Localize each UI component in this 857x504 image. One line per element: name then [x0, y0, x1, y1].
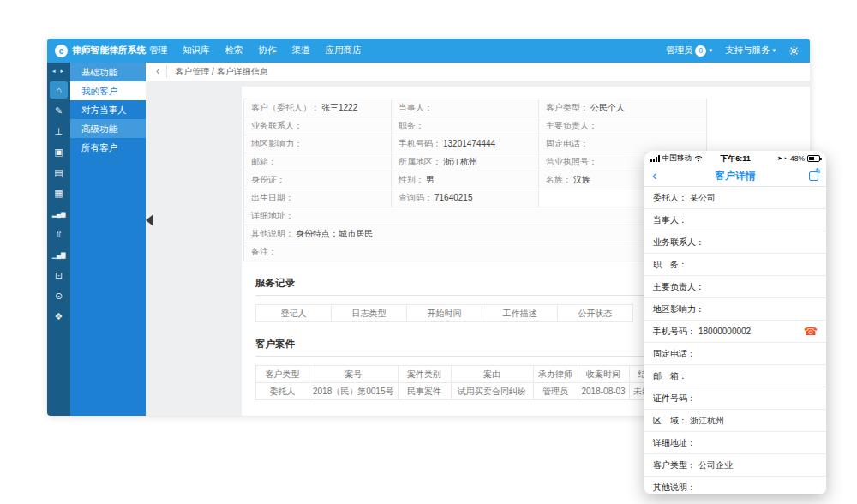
back-chevron-icon[interactable]: ‹ [652, 168, 657, 183]
phone-page-title: 客户详情 [644, 169, 826, 183]
field-label: 邮 箱： [653, 370, 687, 382]
phone-field-row: 当事人： [644, 209, 826, 231]
sidebar-history-arrows-icon[interactable]: ◂ ▸ [52, 63, 65, 80]
column-header: 日志类型 [332, 305, 407, 322]
menu-section-advanced-functions[interactable]: 高级功能 [70, 119, 146, 138]
form-field-value: 公民个人 [590, 103, 625, 112]
nav-item-collaborate[interactable]: 协作 [259, 45, 277, 57]
form-row: 业务联系人： 职务： 主要负责人： [244, 117, 707, 135]
phone-field-row-mobile-number: 手机号码：18000000002☎ [644, 321, 826, 343]
form-field-label: 详细地址： [251, 211, 294, 220]
column-header: 案件类别 [398, 366, 451, 383]
status-right-icons: ➤◔ 48% [777, 154, 820, 163]
column-header: 承办律师 [533, 366, 578, 383]
logo-icon: e [55, 45, 68, 57]
notification-badge: 0 [695, 45, 706, 57]
form-field: 备注： [244, 243, 707, 261]
field-label: 职 务： [653, 259, 687, 271]
form-field: 客户类型：公民个人 [539, 99, 707, 117]
form-field-label: 查询码： [399, 193, 433, 202]
id-card-icon[interactable]: ▤ [50, 164, 68, 181]
phone-field-row: 职 务： [644, 254, 826, 276]
field-value: 浙江杭州 [690, 415, 724, 427]
user-label: 管理员 [666, 45, 693, 57]
form-field-label: 所属地区： [399, 157, 441, 166]
tools-icon[interactable]: ✎ [50, 102, 68, 119]
breadcrumb[interactable]: 客户管理 / 客户详细信息 [167, 66, 267, 78]
form-field: 当事人： [392, 99, 539, 117]
field-label: 固定电话： [653, 348, 696, 360]
export-icon[interactable]: ⇧ [50, 225, 68, 243]
client-detail-form: 客户（委托人）：张三1222 当事人： 客户类型：公民个人 业务联系人： 职务：… [243, 99, 707, 261]
brand-logo[interactable]: e 律师智能律所系统 [47, 45, 146, 57]
package-icon[interactable]: ❖ [50, 308, 68, 325]
form-field: 查询码：71640215 [392, 189, 539, 207]
menu-item-opposing-party[interactable]: 对方当事人 [70, 100, 146, 119]
stats-bars-icon[interactable]: ▂▄▆ [50, 205, 68, 222]
pen-glyph: ✎ [814, 166, 821, 176]
field-label: 主要负责人： [653, 281, 704, 293]
form-field-label: 固定电话： [546, 139, 589, 148]
form-field-value: 71640215 [434, 193, 473, 202]
media-icon[interactable]: ⊡ [50, 267, 68, 284]
menu-item-my-clients[interactable]: 我的客户 [70, 81, 146, 100]
edit-icon[interactable]: ✎ [809, 171, 818, 181]
nav-item-channel[interactable]: 渠道 [292, 45, 310, 57]
call-phone-icon[interactable]: ☎ [804, 326, 818, 337]
menu-section-basic-functions[interactable]: 基础功能 [70, 63, 146, 81]
user-menu[interactable]: 管理员 0 ▾ [666, 45, 712, 57]
top-nav: 管理 知识库 检索 协作 渠道 应用商店 [149, 45, 362, 57]
brand-name: 律师智能律所系统 [72, 45, 146, 57]
phone-field-row: 邮 箱： [644, 365, 826, 387]
mobile-preview-card: 中国移动 下午6:11 ➤◔ 48% ‹ 客户详情 ✎ 委托人：某公司 当事人：… [644, 151, 826, 494]
form-field: 身份证： [244, 171, 392, 189]
field-label: 地区影响力： [653, 303, 704, 315]
form-field: 业务联系人： [244, 117, 392, 135]
nav-item-app-store[interactable]: 应用商店 [326, 45, 362, 57]
form-field: 其他说明：身份特点：城市居民 [244, 225, 707, 243]
field-value: 某公司 [690, 192, 716, 204]
phone-field-row: 固定电话： [644, 343, 826, 365]
nav-item-search[interactable]: 检索 [225, 45, 243, 57]
form-field: 客户（委托人）：张三1222 [244, 99, 392, 117]
case-cell: 委托人 [256, 383, 309, 400]
scale-icon[interactable]: ⊥ [50, 123, 68, 140]
support-label: 支持与服务 [725, 45, 770, 57]
sidebar-collapse-handle[interactable] [146, 214, 153, 226]
form-field: 详细地址： [244, 207, 707, 225]
form-row: 邮箱： 所属地区：浙江杭州 营业执照号： [244, 153, 707, 171]
form-field-label: 客户类型： [546, 103, 589, 112]
table-row[interactable]: 委托人 2018（民）第0015号 民事案件 试用买卖合同纠纷 管理员 2018… [256, 383, 664, 400]
battery-percent: 48% [790, 154, 805, 163]
back-chevron-icon[interactable]: ‹ [154, 65, 167, 78]
form-field-label: 客户（委托人）： [251, 103, 320, 112]
settings-gear-icon[interactable] [788, 45, 800, 57]
support-menu[interactable]: 支持与服务 ▾ [725, 45, 776, 57]
column-header: 客户类型 [256, 366, 309, 383]
nav-item-knowledge-base[interactable]: 知识库 [183, 45, 210, 57]
phone-field-row: 委托人：某公司 [644, 187, 826, 209]
form-field: 出生日期： [244, 189, 392, 207]
chart-icon[interactable]: ▁▄▇ [50, 246, 68, 263]
form-field-label: 出生日期： [251, 193, 294, 202]
field-label: 业务联系人： [653, 237, 704, 249]
form-field-value: 张三1222 [321, 103, 357, 112]
printer-icon[interactable]: ▣ [50, 143, 68, 160]
form-field: 性别：男 [392, 171, 539, 189]
sidebar-menu: 基础功能 我的客户 对方当事人 高级功能 所有客户 [70, 63, 146, 416]
menu-item-all-clients[interactable]: 所有客户 [70, 138, 146, 157]
form-field-value: 13201474444 [443, 139, 495, 148]
home-icon[interactable]: ⌂ [50, 81, 68, 99]
field-label: 手机号码： [653, 326, 696, 338]
form-field: 主要负责人： [539, 117, 707, 135]
nav-item-manage[interactable]: 管理 [149, 45, 167, 57]
case-cell: 2018（民）第0015号 [309, 383, 399, 400]
modules-grid-icon[interactable]: ▦ [50, 184, 68, 201]
case-cell: 管理员 [533, 383, 578, 400]
form-field: 邮箱： [244, 153, 392, 171]
phone-status-bar: 中国移动 下午6:11 ➤◔ 48% [644, 151, 826, 166]
form-field-label: 名族： [546, 175, 572, 184]
finance-icon[interactable]: ⊙ [50, 287, 68, 304]
chevron-down-icon: ▾ [772, 47, 776, 54]
location-alarm-icons: ➤◔ [777, 155, 788, 162]
